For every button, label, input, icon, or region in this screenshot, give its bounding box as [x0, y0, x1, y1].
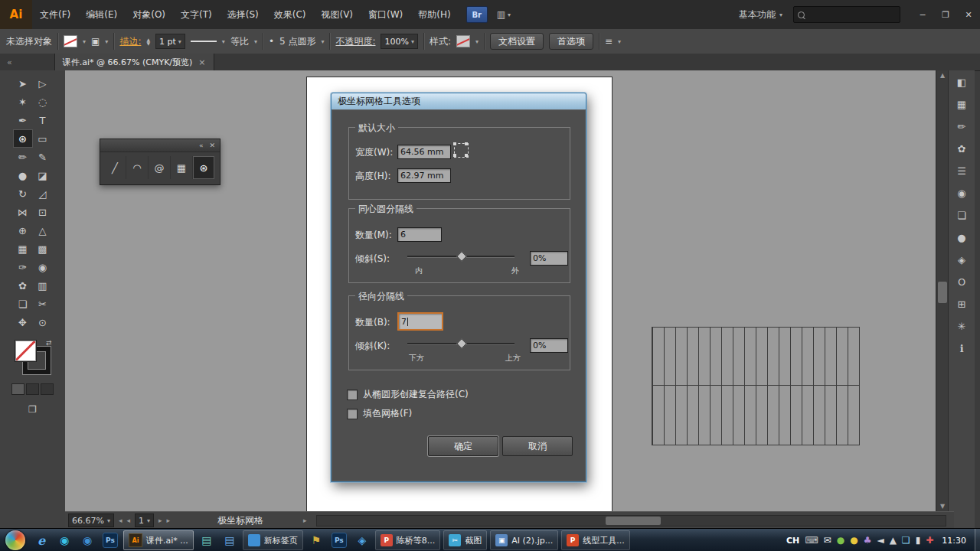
- concentric-skew-value-field[interactable]: 0%: [530, 251, 568, 266]
- chevron-down-icon[interactable]: ▾: [83, 38, 86, 45]
- security-tray-icon[interactable]: ✚: [926, 535, 933, 546]
- document-setup-button[interactable]: 文档设置: [490, 33, 544, 50]
- scroll-up-icon[interactable]: ▲: [936, 70, 949, 80]
- status-green-tray-icon[interactable]: ●: [837, 535, 844, 546]
- line-segment-tool-button[interactable]: ╱: [104, 156, 126, 179]
- blend-tool[interactable]: ◉: [33, 258, 53, 276]
- perspective-grid-tool[interactable]: △: [33, 221, 53, 240]
- scroll-down-icon[interactable]: ▼: [936, 501, 949, 511]
- free-transform-tool[interactable]: ⊡: [33, 203, 53, 221]
- slice-tool[interactable]: ✂: [33, 295, 53, 313]
- app-logo[interactable]: Ai: [0, 0, 32, 29]
- photoshop-2-button[interactable]: Ps: [329, 530, 349, 550]
- gradient-panel-icon[interactable]: ◉: [957, 187, 965, 199]
- rotate-tool[interactable]: ↻: [13, 184, 33, 203]
- eyedropper-tool[interactable]: ✑: [13, 258, 33, 276]
- stroke-panel-link[interactable]: 描边:: [119, 35, 141, 48]
- magic-wand-tool[interactable]: ✶: [13, 93, 33, 111]
- taskbar-snip-window[interactable]: ✂ 截图: [443, 530, 487, 550]
- menu-view[interactable]: 视图(V): [313, 0, 361, 29]
- bridge-icon[interactable]: Br: [466, 6, 488, 23]
- cancel-button[interactable]: 取消: [502, 436, 573, 456]
- radial-skew-value-field[interactable]: 0%: [530, 338, 568, 353]
- hand-tool[interactable]: ✥: [13, 313, 33, 331]
- symbols-panel-icon[interactable]: ✿: [958, 143, 966, 155]
- slider-thumb[interactable]: [456, 251, 467, 262]
- menu-edit[interactable]: 编辑(E): [78, 0, 125, 29]
- volume-tray-icon[interactable]: ◄: [877, 535, 884, 546]
- collapse-dock-icon[interactable]: «: [0, 57, 19, 67]
- radial-skew-slider[interactable]: [407, 340, 514, 347]
- chevron-down-icon[interactable]: ▾: [254, 38, 257, 45]
- menu-file[interactable]: 文件(F): [32, 0, 78, 29]
- align-panel-icon[interactable]: ⊞: [958, 298, 966, 310]
- horizontal-scrollbar[interactable]: [316, 515, 946, 527]
- fill-swatch-none[interactable]: [15, 341, 36, 361]
- radial-count-field[interactable]: 7: [397, 312, 443, 331]
- menu-object[interactable]: 对象(O): [125, 0, 173, 29]
- blob-brush-tool[interactable]: ●: [13, 166, 33, 184]
- start-button[interactable]: [5, 530, 25, 550]
- close-tab-icon[interactable]: ×: [198, 57, 205, 67]
- width-profile-label[interactable]: 等比: [230, 35, 249, 48]
- pathfinder-panel-icon[interactable]: ✳: [958, 321, 966, 332]
- close-panel-icon[interactable]: ✕: [209, 142, 215, 149]
- type-tool[interactable]: T: [33, 111, 53, 129]
- last-artboard-icon[interactable]: ▸: [167, 517, 171, 524]
- browser-app-button[interactable]: ◉: [77, 530, 97, 550]
- concentric-count-field[interactable]: 6: [397, 227, 442, 242]
- swap-fill-stroke-icon[interactable]: ⇄: [46, 339, 52, 347]
- menu-type[interactable]: 文字(T): [173, 0, 220, 29]
- usb-tray-icon[interactable]: ▲: [890, 535, 897, 546]
- brushes-panel-icon[interactable]: ✏: [958, 121, 966, 132]
- show-desktop-button[interactable]: [975, 529, 980, 551]
- contacts-tray-icon[interactable]: ♣: [864, 535, 872, 546]
- line-segment-tool[interactable]: ⊛: [13, 129, 33, 148]
- scale-tool[interactable]: ◿: [33, 184, 53, 203]
- taskbar-illustrator-window[interactable]: Ai 课件.ai* ...: [123, 530, 194, 550]
- color-panel-icon[interactable]: ◧: [957, 77, 966, 88]
- next-artboard-icon[interactable]: ▸: [158, 517, 162, 524]
- dialog-titlebar[interactable]: 极坐标网格工具选项: [332, 93, 586, 109]
- opacity-field[interactable]: 100% ▾: [381, 34, 417, 49]
- float-panel-titlebar[interactable]: « ✕: [100, 139, 220, 152]
- ok-button[interactable]: 确定: [428, 436, 498, 456]
- transparency-panel-icon[interactable]: ❏: [957, 210, 966, 221]
- pencil-tool[interactable]: ✎: [33, 148, 53, 166]
- zoom-tool[interactable]: ⊙: [33, 313, 53, 331]
- reference-point-icon[interactable]: [454, 143, 469, 158]
- chevron-down-icon[interactable]: ▾: [618, 38, 621, 45]
- chevron-down-icon[interactable]: ▾: [321, 38, 324, 45]
- stroke-weight-field[interactable]: 1 pt ▾: [155, 34, 185, 49]
- clock[interactable]: 11:30: [942, 536, 966, 546]
- folder-blue-button[interactable]: ▤: [220, 530, 240, 550]
- width-tool[interactable]: ⋈: [13, 203, 33, 221]
- slider-thumb[interactable]: [456, 338, 467, 349]
- taskbar-new-tab-window[interactable]: 新标签页: [243, 530, 303, 550]
- menu-select[interactable]: 选择(S): [220, 0, 266, 29]
- opacity-panel-link[interactable]: 不透明度:: [335, 35, 375, 48]
- message-tray-icon[interactable]: ✉: [824, 535, 831, 546]
- im-app-button[interactable]: ◉: [54, 530, 74, 550]
- taskbar-pdf-window[interactable]: P 陈桥等8...: [375, 530, 441, 550]
- info-panel-icon[interactable]: ℹ: [960, 343, 964, 354]
- vertical-scrollbar[interactable]: ▲ ▼: [936, 70, 949, 511]
- taskbar-image-window[interactable]: ▣ AI (2).jp...: [490, 530, 558, 550]
- menu-window[interactable]: 窗口(W): [361, 0, 410, 29]
- brush-definition[interactable]: 5 点圆形: [279, 35, 315, 48]
- arc-tool-button[interactable]: ◠: [126, 156, 149, 179]
- menu-effect[interactable]: 效果(C): [266, 0, 314, 29]
- draw-normal-button[interactable]: [11, 383, 24, 395]
- menu-help[interactable]: 帮助(H): [410, 0, 458, 29]
- language-indicator[interactable]: CH: [786, 536, 799, 546]
- photoshop-button[interactable]: Ps: [100, 530, 120, 550]
- chevron-down-icon[interactable]: ▾: [222, 38, 225, 45]
- pen-tool[interactable]: ✒: [13, 111, 33, 129]
- minimize-button[interactable]: ─: [911, 0, 934, 29]
- chevron-down-icon[interactable]: ▾: [475, 38, 479, 45]
- close-button[interactable]: ✕: [957, 0, 980, 29]
- taskbar-ppt-window[interactable]: P 线型工具...: [561, 530, 630, 550]
- vertical-scroll-thumb[interactable]: [938, 282, 947, 303]
- stroke-color-swatch[interactable]: ▣: [91, 36, 100, 47]
- horizontal-scroll-thumb[interactable]: [606, 517, 661, 525]
